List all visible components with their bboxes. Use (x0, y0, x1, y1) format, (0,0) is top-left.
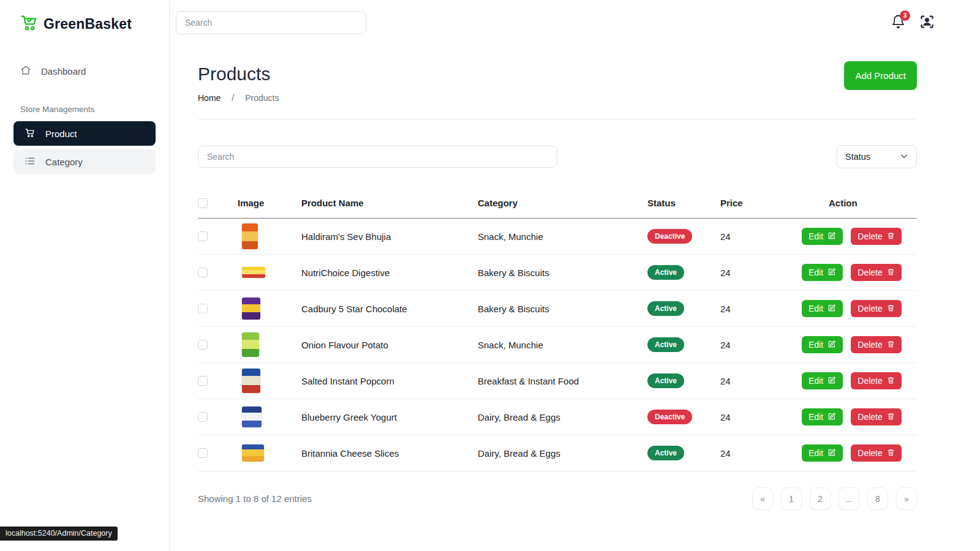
product-category: Bakery & Biscuits (475, 291, 644, 327)
profile-button[interactable] (919, 13, 935, 32)
product-image (242, 444, 264, 462)
pagination-button[interactable]: » (896, 487, 917, 510)
trash-icon (887, 268, 895, 278)
row-checkbox[interactable] (198, 268, 208, 277)
select-all-checkbox[interactable] (198, 198, 208, 208)
sidebar-item-label: Category (45, 157, 83, 167)
edit-button[interactable]: Edit (802, 336, 843, 353)
trash-icon (887, 231, 895, 242)
table-row: Britannia Cheese Slices Dairy, Bread & E… (198, 435, 917, 471)
delete-button[interactable]: Delete (851, 264, 901, 281)
status-badge: Deactive (647, 410, 692, 424)
sidebar-item-category[interactable]: Category (13, 149, 156, 174)
page-header: Products Home / Products Add Product (198, 64, 917, 103)
product-image (242, 407, 262, 427)
product-image (242, 267, 265, 278)
column-header-action: Action (797, 193, 917, 219)
delete-button-label: Delete (858, 376, 882, 386)
trash-icon (887, 304, 895, 314)
row-checkbox[interactable] (198, 376, 208, 386)
product-category: Dairy, Bread & Eggs (475, 399, 644, 435)
chevron-down-icon (900, 152, 908, 162)
pagination-button[interactable]: 1 (781, 487, 802, 510)
product-table-body: Haldiram's Sev Bhujia Snack, Munchie Dea… (198, 219, 917, 471)
row-checkbox[interactable] (198, 412, 208, 422)
product-price: 24 (717, 255, 797, 291)
sidebar-item-dashboard[interactable]: Dashboard (7, 59, 162, 84)
delete-button-label: Delete (858, 268, 882, 277)
row-checkbox[interactable] (198, 304, 208, 313)
pagination-button[interactable]: « (752, 487, 773, 510)
pagination-button[interactable]: 8 (867, 487, 888, 510)
row-checkbox[interactable] (198, 340, 208, 350)
edit-button-label: Edit (809, 376, 823, 386)
cart-logo-icon (20, 13, 39, 34)
entries-summary: Showing 1 to 8 of 12 entries (198, 493, 312, 504)
table-search-input[interactable] (198, 146, 557, 168)
table-row: Onion Flavour Potato Snack, Munchie Acti… (198, 327, 917, 363)
edit-button-label: Edit (809, 304, 823, 313)
product-price: 24 (717, 363, 797, 399)
pagination-button[interactable]: ... (839, 487, 859, 510)
delete-button[interactable]: Delete (851, 336, 901, 353)
sidebar-item-product[interactable]: Product (13, 121, 156, 146)
edit-icon (827, 376, 836, 386)
app-title: GreenBasket (43, 16, 132, 32)
table-footer: Showing 1 to 8 of 12 entries «12...8» (198, 487, 917, 510)
status-badge: Active (647, 301, 684, 316)
edit-button-label: Edit (809, 340, 823, 350)
breadcrumb-current: Products (245, 93, 279, 103)
edit-icon (827, 268, 836, 278)
trash-icon (887, 412, 895, 422)
status-filter-select[interactable]: Status (837, 145, 917, 168)
pagination: «12...8» (752, 487, 917, 510)
delete-button[interactable]: Delete (851, 372, 901, 389)
delete-button[interactable]: Delete (851, 300, 901, 317)
list-icon (24, 156, 36, 168)
delete-button-label: Delete (858, 304, 882, 313)
app-logo[interactable]: GreenBasket (7, 13, 162, 34)
product-image (242, 298, 260, 320)
product-name: Britannia Cheese Slices (298, 435, 475, 471)
product-category: Dairy, Bread & Eggs (475, 435, 644, 471)
edit-button[interactable]: Edit (802, 372, 843, 389)
edit-icon (827, 412, 836, 422)
global-search-input[interactable] (176, 11, 366, 34)
table-controls: Status (198, 145, 917, 168)
pagination-button[interactable]: 2 (810, 487, 831, 510)
notifications-button[interactable]: 3 (889, 14, 907, 31)
product-category: Snack, Munchie (475, 327, 644, 363)
breadcrumb-home[interactable]: Home (198, 93, 221, 103)
edit-icon (827, 231, 836, 242)
edit-button[interactable]: Edit (802, 444, 843, 462)
main-area: 3 Products Ho (170, 0, 980, 551)
trash-icon (887, 448, 895, 459)
edit-button[interactable]: Edit (802, 264, 843, 281)
delete-button[interactable]: Delete (851, 228, 901, 245)
delete-button[interactable]: Delete (851, 408, 901, 425)
edit-button[interactable]: Edit (802, 228, 843, 245)
topbar: 3 (170, 0, 980, 34)
column-header-image: Image (227, 193, 298, 219)
edit-button[interactable]: Edit (802, 408, 843, 425)
edit-button-label: Edit (809, 268, 823, 277)
sidebar-item-label: Product (45, 129, 77, 139)
edit-button[interactable]: Edit (802, 300, 843, 317)
delete-button-label: Delete (858, 412, 882, 422)
table-row: NutriChoice Digestive Bakery & Biscuits … (198, 255, 917, 291)
cart-icon (24, 127, 36, 140)
delete-button[interactable]: Delete (851, 444, 901, 462)
products-table: Image Product Name Category Status Price… (198, 193, 917, 471)
product-price: 24 (717, 327, 797, 363)
product-name: Blueberry Greek Yogurt (298, 399, 475, 435)
add-product-button[interactable]: Add Product (844, 61, 917, 90)
row-checkbox[interactable] (198, 448, 208, 458)
notification-badge: 3 (900, 10, 910, 21)
breadcrumb-separator: / (232, 93, 234, 103)
products-page: Products Home / Products Add Product Sta… (170, 34, 980, 510)
row-checkbox[interactable] (198, 231, 208, 241)
link-status-bar: localhost:5240/Admin/Category (0, 527, 118, 541)
edit-icon (827, 448, 836, 459)
product-name: Cadbury 5 Star Chocolate (298, 291, 475, 327)
table-row: Haldiram's Sev Bhujia Snack, Munchie Dea… (198, 219, 917, 255)
